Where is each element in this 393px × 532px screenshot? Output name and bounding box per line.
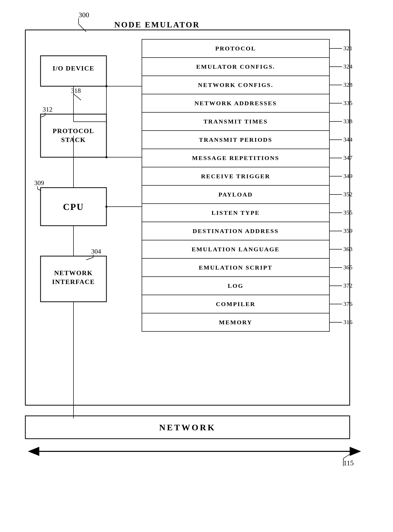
svg-text:DESTINATION ADDRESS: DESTINATION ADDRESS — [193, 228, 279, 234]
svg-rect-3 — [25, 30, 350, 405]
svg-text:INTERFACE: INTERFACE — [52, 278, 95, 286]
svg-line-18 — [38, 189, 41, 191]
svg-text:347: 347 — [343, 154, 352, 161]
svg-text:TRANSMIT PERIODS: TRANSMIT PERIODS — [199, 136, 272, 143]
svg-line-7 — [73, 94, 81, 100]
svg-text:TRANSMIT TIMES: TRANSMIT TIMES — [203, 118, 268, 125]
svg-line-2 — [79, 24, 86, 32]
svg-text:376: 376 — [343, 300, 352, 307]
svg-rect-93 — [142, 313, 329, 331]
svg-point-101 — [105, 156, 107, 158]
svg-text:NETWORK: NETWORK — [159, 423, 216, 432]
svg-text:LISTEN TYPE: LISTEN TYPE — [212, 209, 260, 216]
svg-text:328: 328 — [343, 81, 352, 88]
svg-text:352: 352 — [343, 191, 352, 198]
svg-rect-69 — [142, 204, 329, 222]
svg-text:372: 372 — [343, 282, 352, 289]
svg-text:344: 344 — [343, 136, 352, 143]
svg-rect-37 — [142, 58, 329, 76]
svg-point-99 — [105, 85, 107, 87]
svg-rect-85 — [142, 277, 329, 295]
svg-text:300: 300 — [79, 11, 89, 19]
svg-text:316: 316 — [343, 319, 352, 325]
svg-text:363: 363 — [343, 246, 352, 252]
svg-text:RECEIVE TRIGGER: RECEIVE TRIGGER — [201, 173, 270, 180]
svg-text:MESSAGE REPETITIONS: MESSAGE REPETITIONS — [192, 155, 279, 161]
svg-text:PROTOCOL: PROTOCOL — [53, 127, 94, 135]
svg-rect-112 — [25, 416, 350, 439]
svg-text:CPU: CPU — [63, 202, 84, 212]
svg-text:309: 309 — [34, 179, 44, 187]
svg-text:COMPILER: COMPILER — [216, 301, 255, 307]
svg-text:359: 359 — [343, 227, 352, 234]
svg-text:338: 338 — [343, 118, 352, 125]
svg-rect-14 — [41, 188, 106, 226]
svg-rect-89 — [142, 295, 329, 313]
svg-text:324: 324 — [343, 63, 352, 70]
svg-rect-4 — [41, 56, 106, 86]
svg-text:NETWORK: NETWORK — [54, 269, 93, 277]
svg-text:365: 365 — [343, 264, 352, 271]
svg-text:304: 304 — [91, 248, 101, 255]
svg-rect-73 — [142, 222, 329, 240]
svg-rect-81 — [142, 258, 329, 277]
svg-text:LOG: LOG — [228, 282, 244, 289]
svg-text:NETWORK CONFIGS.: NETWORK CONFIGS. — [198, 82, 273, 88]
svg-marker-116 — [350, 447, 361, 456]
svg-rect-45 — [142, 94, 329, 112]
svg-text:NETWORK ADDRESSES: NETWORK ADDRESSES — [194, 100, 277, 107]
svg-rect-19 — [41, 256, 106, 302]
svg-text:318: 318 — [71, 87, 81, 94]
svg-rect-57 — [142, 149, 329, 167]
svg-text:349: 349 — [343, 173, 352, 179]
svg-text:EMULATOR CONFIGS.: EMULATOR CONFIGS. — [196, 63, 275, 70]
svg-rect-41 — [142, 76, 329, 94]
svg-line-24 — [86, 257, 93, 260]
io-device-label: I/O DEVICE — [52, 65, 94, 72]
svg-rect-49 — [142, 112, 329, 131]
svg-rect-33 — [142, 39, 329, 58]
svg-text:STACK: STACK — [61, 136, 86, 144]
svg-rect-77 — [142, 240, 329, 258]
svg-text:EMULATION LANGUAGE: EMULATION LANGUAGE — [192, 246, 280, 253]
svg-text:115: 115 — [343, 459, 354, 467]
svg-text:355: 355 — [343, 209, 352, 216]
svg-text:EMULATION SCRIPT: EMULATION SCRIPT — [199, 264, 273, 271]
svg-marker-115 — [28, 447, 39, 456]
svg-line-119 — [343, 453, 352, 458]
svg-text:321: 321 — [343, 45, 352, 51]
svg-text:MEMORY: MEMORY — [219, 319, 252, 326]
svg-text:PAYLOAD: PAYLOAD — [218, 191, 253, 198]
svg-rect-53 — [142, 131, 329, 149]
svg-line-13 — [41, 115, 45, 117]
svg-point-103 — [105, 206, 107, 208]
node-emulator-label: NODE EMULATOR — [114, 20, 200, 29]
svg-rect-61 — [142, 167, 329, 185]
svg-text:335: 335 — [343, 100, 352, 106]
svg-rect-8 — [41, 114, 106, 157]
svg-rect-65 — [142, 185, 329, 204]
svg-text:312: 312 — [43, 106, 52, 113]
svg-text:PROTOCOL: PROTOCOL — [215, 45, 256, 52]
